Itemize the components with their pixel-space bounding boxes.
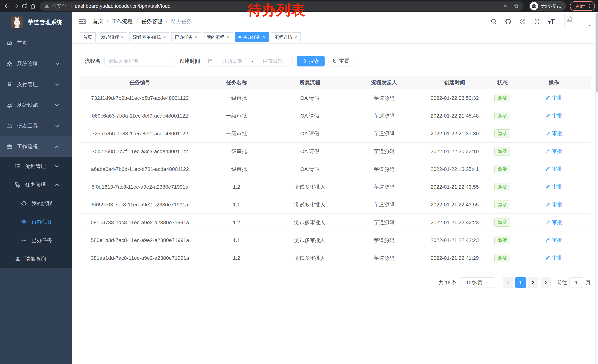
- browser-forward-icon[interactable]: [11, 2, 20, 10]
- filter-form: 流程名 创建时间 开始日期 - 结束日期 搜索 重: [80, 56, 590, 67]
- approve-button[interactable]: 审批: [545, 112, 562, 119]
- approve-button[interactable]: 审批: [545, 219, 562, 226]
- omnibox-divider: [72, 4, 72, 9]
- breadcrumb-task-mgmt[interactable]: 任务管理: [141, 18, 162, 25]
- tab-流程表单-编辑[interactable]: 流程表单-编辑×: [129, 32, 169, 42]
- next-page-button[interactable]: [540, 277, 551, 288]
- sidebar-collapse-icon[interactable]: [79, 18, 86, 25]
- sidebar-item-devtool[interactable]: 研发工具: [0, 115, 72, 136]
- window-scrollbar: [595, 12, 598, 364]
- status-badge: 激活: [494, 165, 510, 173]
- cell-create-time: 2022-01-21 22:43:55: [422, 202, 488, 208]
- page-size-select[interactable]: 10条/页: [461, 277, 495, 288]
- menu-label: 流程管理: [25, 163, 46, 170]
- tab-我的流程[interactable]: 我的流程×: [203, 32, 233, 42]
- page-button-1[interactable]: 1: [515, 277, 526, 288]
- github-icon[interactable]: [505, 18, 512, 25]
- tab-首页[interactable]: 首页: [80, 32, 96, 42]
- approve-label: 审批: [552, 183, 562, 190]
- approve-button[interactable]: 审批: [545, 166, 562, 173]
- update-button[interactable]: 更新: [570, 1, 595, 11]
- goto-page-input[interactable]: [569, 277, 583, 288]
- sidebar-item-system[interactable]: 系统管理: [0, 53, 72, 74]
- approve-button[interactable]: 审批: [545, 130, 562, 137]
- cell-create-time: 2022-01-22 20:33:10: [422, 148, 488, 154]
- cell-status: 激活: [488, 236, 517, 244]
- date-range-picker[interactable]: 开始日期 - 结束日期: [204, 56, 293, 66]
- cell-action: 审批: [517, 201, 590, 209]
- sidebar-item-my-process[interactable]: 我的流程: [0, 194, 72, 212]
- approve-label: 审批: [552, 201, 562, 208]
- cell-status: 激活: [488, 94, 517, 102]
- help-icon[interactable]: [519, 18, 526, 25]
- tab-已办任务[interactable]: 已办任务×: [171, 32, 201, 42]
- close-icon[interactable]: ×: [294, 35, 297, 40]
- close-icon[interactable]: ×: [227, 35, 229, 40]
- task-table: 任务编号任务名称所属流程流程发起人创建时间状态操作 73211d9d-7b9b-…: [80, 76, 590, 267]
- sidebar-item-payment[interactable]: ¥支付管理: [0, 74, 72, 95]
- font-size-icon[interactable]: TT: [548, 18, 555, 25]
- sidebar-item-todo-task[interactable]: 待办任务: [0, 212, 72, 231]
- sidebar-item-process-mgmt[interactable]: 流程管理: [0, 157, 72, 176]
- process-name-input[interactable]: [105, 56, 175, 66]
- close-icon[interactable]: ×: [195, 35, 198, 40]
- avatar-caret-icon[interactable]: [587, 24, 591, 28]
- cell-status: 激活: [488, 254, 517, 262]
- bookmark-star-icon[interactable]: [514, 3, 519, 9]
- cell-task-id: 069c6a63-7b8a-11ec-8ef0-acde48001122: [80, 113, 200, 119]
- browser-reload-icon[interactable]: [20, 2, 29, 10]
- breadcrumb-separator: /: [107, 18, 108, 24]
- sidebar-item-done-task[interactable]: 已办任务: [0, 231, 72, 250]
- sidebar-item-leave-query[interactable]: 请假查询: [0, 250, 72, 268]
- tab-待办任务[interactable]: 待办任务×: [235, 32, 269, 42]
- approve-button[interactable]: 审批: [545, 183, 562, 190]
- password-key-icon[interactable]: [503, 3, 509, 9]
- cell-task-id: 58154733-7ac8-11ec-a9e2-a2380e71991a: [80, 219, 200, 226]
- approve-label: 审批: [552, 237, 562, 244]
- prev-page-button[interactable]: [503, 277, 513, 288]
- close-icon[interactable]: ×: [263, 35, 266, 40]
- page-button-2[interactable]: 2: [528, 277, 538, 288]
- avatar[interactable]: [564, 14, 579, 29]
- table-row: 8f0d1619-7ac8-11ec-a9e2-a2380e71991a1.2测…: [80, 178, 590, 196]
- approve-button[interactable]: 审批: [545, 94, 562, 101]
- search-icon[interactable]: [490, 18, 497, 25]
- sidebar-item-task-mgmt[interactable]: 任务管理: [0, 176, 72, 194]
- tab-流程详情[interactable]: 流程详情×: [271, 32, 301, 42]
- reset-button[interactable]: 重置: [328, 56, 354, 66]
- close-icon[interactable]: ×: [121, 35, 124, 40]
- cell-process: 测试多审批人: [273, 201, 347, 208]
- cell-create-time: 2022-01-21 22:43:55: [422, 184, 488, 190]
- breadcrumb-workflow[interactable]: 工作流程: [112, 18, 133, 25]
- close-icon[interactable]: ×: [163, 35, 166, 40]
- cell-status: 激活: [488, 218, 517, 226]
- search-button[interactable]: 搜索: [297, 56, 324, 66]
- tab-发起流程[interactable]: 发起流程×: [98, 32, 127, 42]
- fullscreen-icon[interactable]: [534, 18, 540, 25]
- table-row: a6aba0a4-7b6d-11ec-b781-acde48001122一级审批…: [80, 160, 590, 178]
- scrollbar-thumb[interactable]: [596, 13, 598, 93]
- approve-button[interactable]: 审批: [545, 148, 562, 155]
- url-bar[interactable]: 不安全 dashboard.yudao.iocoder.cn/bpm/task/…: [40, 1, 523, 11]
- sidebar-item-workflow[interactable]: 工作流程: [0, 136, 72, 157]
- end-date-placeholder[interactable]: 结束日期: [256, 58, 289, 65]
- sidebar-item-infra[interactable]: 基础设施: [0, 95, 72, 115]
- cell-task-id: 381aa1dd-7ac8-11ec-a9e2-a2380e71991a: [80, 255, 200, 261]
- browser-home-icon[interactable]: [29, 2, 37, 10]
- app-logo[interactable]: 芋道管理系统: [0, 12, 72, 32]
- chevron-down-icon: [54, 81, 60, 88]
- sidebar-item-home[interactable]: 首页: [0, 32, 72, 53]
- approve-button[interactable]: 审批: [545, 201, 562, 208]
- tags-view: 首页发起流程×流程表单-编辑×已办任务×我的流程×待办任务×流程详情×: [72, 31, 598, 44]
- cell-status: 激活: [488, 201, 517, 209]
- start-date-placeholder[interactable]: 开始日期: [216, 58, 249, 65]
- cell-action: 审批: [517, 130, 590, 138]
- url-text: dashboard.yudao.iocoder.cn/bpm/task/todo: [75, 3, 170, 9]
- approve-button[interactable]: 审批: [545, 254, 562, 261]
- status-badge: 激活: [494, 147, 510, 155]
- browser-menu-icon[interactable]: [587, 4, 592, 9]
- status-badge: 激活: [494, 254, 510, 262]
- breadcrumb-home[interactable]: 首页: [93, 18, 103, 25]
- approve-button[interactable]: 审批: [545, 237, 562, 244]
- browser-back-icon[interactable]: [3, 2, 11, 10]
